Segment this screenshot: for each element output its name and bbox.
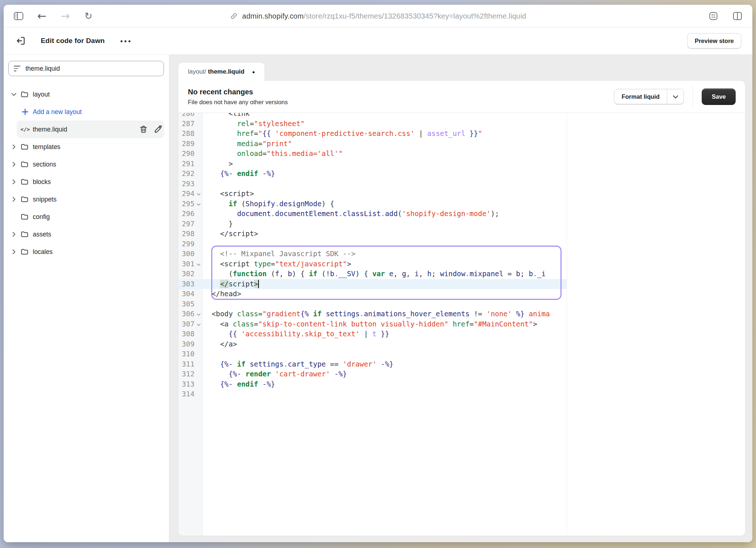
file-search-field[interactable] bbox=[8, 61, 164, 76]
sidebar-item-assets[interactable]: assets bbox=[4, 226, 169, 243]
code-line-297[interactable]: 297 } bbox=[178, 219, 567, 229]
code-text[interactable]: {%- endif -%} bbox=[202, 169, 275, 179]
code-line-308[interactable]: 308 {{ 'accessibility.skip_to_text' | t … bbox=[178, 329, 567, 339]
code-text[interactable]: <!-- Mixpanel Javascript SDK --> bbox=[202, 249, 355, 259]
code-text[interactable]: rel="stylesheet" bbox=[202, 119, 305, 129]
code-line-303[interactable]: 303 </script> bbox=[178, 279, 567, 289]
fold-chevron-icon bbox=[197, 324, 201, 326]
code-line-311[interactable]: 311 {%- if settings.cart_type == 'drawer… bbox=[178, 359, 567, 369]
browser-sidebar-toggle-icon[interactable] bbox=[13, 11, 24, 21]
sidebar-item-blocks[interactable]: blocks bbox=[4, 173, 169, 191]
fold-chevron-icon[interactable] bbox=[194, 322, 202, 326]
code-line-286[interactable]: 286 <link bbox=[178, 113, 567, 119]
extensions-icon[interactable] bbox=[708, 11, 719, 21]
code-text[interactable]: document.documentElement.classList.add('… bbox=[202, 209, 499, 219]
code-line-306[interactable]: 306 <body class="gradient{% if settings.… bbox=[178, 309, 567, 319]
item-label: locales bbox=[33, 243, 52, 261]
sidebar-item-templates[interactable]: templates bbox=[4, 138, 169, 156]
sidebar-item-config[interactable]: config bbox=[4, 208, 169, 226]
code-text[interactable]: } bbox=[202, 219, 233, 229]
code-line-309[interactable]: 309 </a> bbox=[178, 339, 567, 349]
folder-icon bbox=[20, 212, 29, 221]
rename-file-button[interactable] bbox=[154, 125, 162, 134]
code-text[interactable]: {%- if settings.cart_type == 'drawer' -%… bbox=[202, 359, 393, 369]
search-input[interactable] bbox=[25, 65, 158, 73]
chevron-right-icon bbox=[12, 249, 16, 254]
code-text[interactable]: <a class="skip-to-content-link button vi… bbox=[202, 319, 537, 329]
code-text[interactable]: </head> bbox=[202, 289, 241, 299]
code-text[interactable]: media="print" bbox=[202, 139, 292, 149]
fold-spacer bbox=[194, 113, 202, 114]
code-line-314[interactable]: 314 bbox=[178, 389, 567, 399]
code-text[interactable]: <body class="gradient{% if settings.anim… bbox=[202, 309, 550, 319]
line-number: 299 bbox=[178, 240, 194, 248]
code-line-298[interactable]: 298 </script> bbox=[178, 229, 567, 239]
forward-button[interactable]: → bbox=[60, 11, 71, 21]
reload-button[interactable]: ↻ bbox=[83, 11, 94, 21]
code-line-293[interactable]: 293 bbox=[178, 179, 567, 189]
fold-chevron-icon[interactable] bbox=[194, 202, 202, 206]
code-line-301[interactable]: 301 <script type="text/javascript"> bbox=[178, 259, 567, 269]
code-text[interactable]: </a> bbox=[202, 339, 237, 349]
code-text[interactable]: href="{{ 'component-predictive-search.cs… bbox=[202, 129, 482, 139]
split-view-icon[interactable] bbox=[732, 11, 743, 21]
code-line-299[interactable]: 299 bbox=[178, 239, 567, 249]
code-line-292[interactable]: 292 {%- endif -%} bbox=[178, 169, 567, 179]
fold-chevron-icon[interactable] bbox=[194, 312, 202, 316]
chevron-right-icon bbox=[12, 179, 16, 184]
code-text[interactable]: <link bbox=[202, 113, 250, 119]
code-text[interactable]: {%- render 'cart-drawer' -%} bbox=[202, 369, 347, 379]
tab-theme-liquid[interactable]: layout/theme.liquid ● bbox=[178, 63, 264, 81]
sidebar-item-sections[interactable]: sections bbox=[4, 156, 169, 173]
code-line-305[interactable]: 305 bbox=[178, 299, 567, 309]
code-line-291[interactable]: 291 > bbox=[178, 159, 567, 169]
trash-icon[interactable] bbox=[139, 125, 148, 134]
code-text[interactable]: if (Shopify.designMode) { bbox=[202, 199, 334, 209]
sidebar-item-locales[interactable]: locales bbox=[4, 243, 169, 261]
line-number: 301 bbox=[178, 260, 194, 268]
save-button[interactable]: Save bbox=[702, 89, 736, 105]
sidebar-item-snippets[interactable]: snippets bbox=[4, 191, 169, 208]
pencil-icon[interactable] bbox=[154, 125, 162, 134]
format-liquid-button[interactable]: Format liquid bbox=[614, 89, 667, 104]
code-line-313[interactable]: 313 {%- endif -%} bbox=[178, 379, 567, 390]
preview-store-button[interactable]: Preview store bbox=[687, 33, 741, 49]
code-text[interactable]: </script> bbox=[202, 279, 259, 289]
back-button[interactable]: ← bbox=[36, 11, 47, 21]
code-line-300[interactable]: 300 <!-- Mixpanel Javascript SDK --> bbox=[178, 249, 567, 259]
code-line-289[interactable]: 289 media="print" bbox=[178, 139, 567, 149]
delete-file-button[interactable] bbox=[139, 125, 148, 134]
more-options-button[interactable]: ●●● bbox=[120, 38, 132, 44]
line-number: 314 bbox=[178, 390, 194, 398]
code-line-296[interactable]: 296 document.documentElement.classList.a… bbox=[178, 209, 567, 219]
page-title: Edit code for Dawn bbox=[41, 37, 105, 45]
fold-chevron-icon[interactable] bbox=[194, 192, 202, 196]
code-text[interactable]: {{ 'accessibility.skip_to_text' | t }} bbox=[202, 329, 389, 339]
fold-chevron-icon[interactable] bbox=[194, 262, 202, 266]
code-line-312[interactable]: 312 {%- render 'cart-drawer' -%} bbox=[178, 369, 567, 379]
code-line-307[interactable]: 307 <a class="skip-to-content-link butto… bbox=[178, 319, 567, 329]
sidebar-item-layout[interactable]: layout bbox=[4, 86, 169, 103]
code-line-304[interactable]: 304 </head> bbox=[178, 289, 567, 299]
sidebar-item-theme-liquid[interactable]: </>theme.liquid bbox=[4, 121, 169, 138]
code-text[interactable]: onload="this.media='all'" bbox=[202, 149, 343, 159]
code-text[interactable]: {%- endif -%} bbox=[202, 379, 275, 390]
line-number: 293 bbox=[178, 180, 194, 188]
add-new-layout-link[interactable]: Add a new layout bbox=[4, 103, 169, 121]
code-line-290[interactable]: 290 onload="this.media='all'" bbox=[178, 149, 567, 159]
code-line-288[interactable]: 288 href="{{ 'component-predictive-searc… bbox=[178, 129, 567, 139]
code-text[interactable]: <script> bbox=[202, 189, 254, 199]
code-text[interactable]: </script> bbox=[202, 229, 258, 239]
code-line-294[interactable]: 294 <script> bbox=[178, 189, 567, 199]
code-text[interactable]: (function (f, b) { if (!b.__SV) { var e,… bbox=[202, 269, 546, 279]
exit-editor-icon[interactable] bbox=[15, 35, 27, 47]
format-options-dropdown[interactable] bbox=[667, 89, 684, 104]
code-line-302[interactable]: 302 (function (f, b) { if (!b.__SV) { va… bbox=[178, 269, 567, 279]
code-editor[interactable]: 286 <link287 rel="stylesheet"288 href="{… bbox=[178, 113, 745, 536]
code-line-295[interactable]: 295 if (Shopify.designMode) { bbox=[178, 199, 567, 209]
code-line-310[interactable]: 310 bbox=[178, 349, 567, 359]
address-bar[interactable]: admin.shopify.com/store/rzq1xu-f5/themes… bbox=[230, 5, 526, 27]
code-line-287[interactable]: 287 rel="stylesheet" bbox=[178, 119, 567, 129]
code-text[interactable]: > bbox=[202, 159, 233, 169]
code-text[interactable]: <script type="text/javascript"> bbox=[202, 259, 351, 269]
